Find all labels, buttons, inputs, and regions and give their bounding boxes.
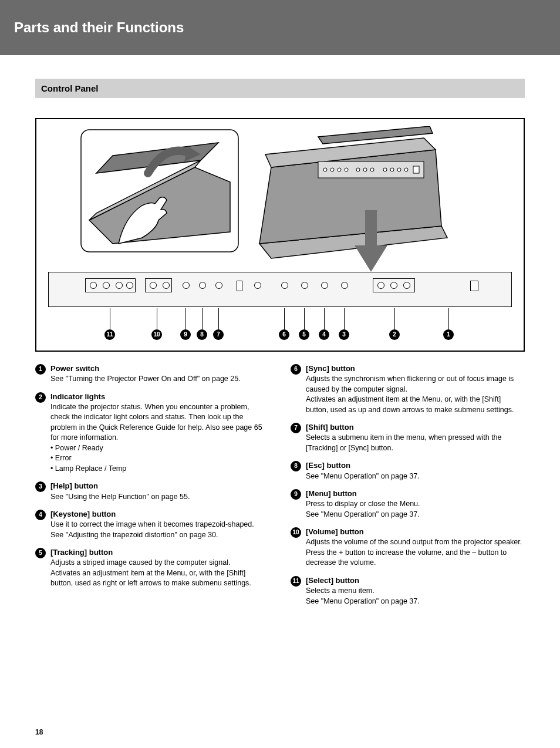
svg-point-17 [383, 168, 387, 171]
item-title: Indicator lights [50, 392, 269, 402]
projector-open-illustration [77, 126, 242, 255]
svg-point-11 [330, 168, 334, 171]
left-column: 1Power switchSee "Turning the Projector … [35, 363, 269, 614]
control-panel-strip [48, 272, 512, 307]
item-title: [Tracking] button [50, 547, 269, 558]
item-number-badge: 5 [35, 548, 46, 558]
item-title: [Keystone] button [50, 509, 269, 520]
page-number: 18 [35, 727, 43, 737]
diagram-callout: 1 [443, 329, 454, 340]
list-item: 11[Select] buttonSelects a menu item. Se… [291, 575, 525, 607]
item-description: Adjusts the synchronism when flickering … [306, 374, 525, 415]
list-item: 9[Menu] buttonPress to display or close … [291, 488, 525, 520]
svg-rect-21 [413, 166, 419, 173]
item-title: Power switch [50, 363, 269, 374]
item-description: See "Using the Help Function" on page 55… [50, 492, 269, 503]
item-body: [Menu] buttonPress to display or close t… [306, 488, 525, 520]
control-panel-diagram: 11 10 9 8 7 6 5 4 3 2 1 [35, 118, 525, 352]
item-title: [Help] button [50, 481, 269, 491]
item-number-badge: 11 [291, 576, 301, 587]
item-body: [Select] buttonSelects a menu item. See … [306, 575, 525, 607]
item-body: Indicator lightsIndicate the projector s… [50, 392, 269, 474]
diagram-callout: 11 [104, 329, 115, 340]
header-title: Parts and their Functions [14, 18, 184, 38]
item-title: [Shift] button [306, 422, 525, 433]
item-title: [Sync] button [306, 363, 525, 374]
item-description: See "Turning the Projector Power On and … [50, 374, 269, 385]
item-number-badge: 6 [291, 364, 301, 375]
item-number-badge: 7 [291, 423, 301, 433]
item-body: [Tracking] buttonAdjusts a striped image… [50, 547, 269, 589]
header-bar: Parts and their Functions [0, 0, 560, 55]
list-item: 4[Keystone] buttonUse it to correct the … [35, 509, 269, 540]
list-item: 6[Sync] buttonAdjusts the synchronism wh… [291, 363, 525, 415]
diagram-callout: 7 [213, 329, 224, 340]
svg-point-19 [397, 168, 401, 171]
svg-point-20 [404, 168, 408, 171]
svg-point-18 [390, 168, 394, 171]
item-title: [Esc] button [306, 460, 525, 471]
item-title: [Volume] button [306, 527, 525, 537]
item-description: Adjusts a striped image caused by the co… [50, 558, 269, 589]
list-item: 7[Shift] buttonSelects a submenu item in… [291, 422, 525, 453]
svg-point-10 [323, 168, 327, 171]
description-columns: 1Power switchSee "Turning the Projector … [35, 363, 525, 614]
item-body: Power switchSee "Turning the Projector P… [50, 363, 269, 385]
item-number-badge: 4 [35, 510, 46, 520]
item-number-badge: 1 [35, 364, 46, 375]
item-title: [Menu] button [306, 488, 525, 499]
item-description: Adjusts the volume of the sound output f… [306, 537, 525, 568]
item-body: [Shift] buttonSelects a submenu item in … [306, 422, 525, 453]
list-item: 8[Esc] buttonSee "Menu Operation" on pag… [291, 460, 525, 481]
diagram-callout: 10 [151, 329, 162, 340]
diagram-callout: 4 [319, 329, 329, 340]
diagram-callout: 9 [180, 329, 191, 340]
item-number-badge: 9 [291, 489, 301, 500]
item-description: Press to display or close the Menu. See … [306, 499, 525, 520]
svg-point-16 [370, 168, 374, 171]
list-item: 2Indicator lightsIndicate the projector … [35, 392, 269, 474]
item-number-badge: 10 [291, 527, 301, 538]
item-body: [Esc] buttonSee "Menu Operation" on page… [306, 460, 525, 481]
item-body: [Help] buttonSee "Using the Help Functio… [50, 481, 269, 502]
svg-point-12 [338, 168, 341, 171]
item-body: [Volume] buttonAdjusts the volume of the… [306, 527, 525, 568]
section-title: Control Panel [35, 79, 525, 98]
item-description: Indicate the projector status. When you … [50, 402, 269, 474]
diagram-callout: 8 [197, 329, 207, 340]
svg-point-15 [363, 168, 367, 171]
item-title: [Select] button [306, 575, 525, 586]
item-number-badge: 3 [35, 481, 46, 492]
down-arrow-icon [353, 210, 389, 275]
diagram-callout: 5 [299, 329, 309, 340]
item-description: Selects a submenu item in the menu, when… [306, 433, 525, 453]
svg-point-14 [356, 168, 360, 171]
diagram-callout: 6 [279, 329, 289, 340]
item-body: [Keystone] buttonUse it to correct the i… [50, 509, 269, 540]
svg-point-13 [345, 168, 348, 171]
list-item: 10[Volume] buttonAdjusts the volume of t… [291, 527, 525, 568]
item-number-badge: 2 [35, 392, 46, 403]
item-description: Use it to correct the image when it beco… [50, 520, 269, 540]
diagram-callout: 2 [389, 329, 400, 340]
item-description: Selects a menu item. See "Menu Operation… [306, 586, 525, 607]
diagram-callout: 3 [339, 329, 349, 340]
right-column: 6[Sync] buttonAdjusts the synchronism wh… [291, 363, 525, 614]
list-item: 1Power switchSee "Turning the Projector … [35, 363, 269, 385]
item-body: [Sync] buttonAdjusts the synchronism whe… [306, 363, 525, 415]
item-number-badge: 8 [291, 461, 301, 471]
list-item: 5[Tracking] buttonAdjusts a striped imag… [35, 547, 269, 589]
item-description: See "Menu Operation" on page 37. [306, 471, 525, 482]
page-content: Control Panel [0, 79, 560, 637]
list-item: 3[Help] buttonSee "Using the Help Functi… [35, 481, 269, 502]
